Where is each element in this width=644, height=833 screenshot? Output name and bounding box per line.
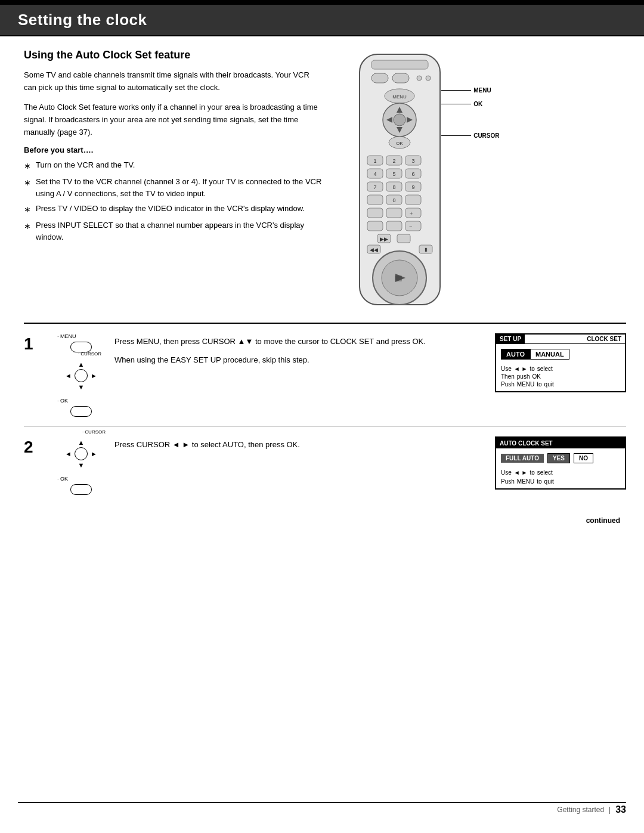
step-1-icons: · MENU · CURSOR ▲ ▼ ◄ ► [57, 333, 105, 417]
ok-label-line [441, 104, 471, 104]
step1-instr-1: Use ◄ ► to select [501, 366, 620, 372]
svg-text:3: 3 [411, 158, 414, 164]
menu-label-text: MENU [473, 87, 491, 94]
step2-cursor-right: ► [91, 450, 97, 457]
svg-rect-44 [405, 221, 421, 231]
step2-instr-1-to: to [530, 469, 534, 476]
steps-section: 1 · MENU · CURSOR ▲ ▼ ◄ [24, 323, 626, 504]
step2-cursor-down: ▼ [78, 462, 85, 469]
svg-rect-39 [386, 208, 402, 218]
svg-text:▶▶: ▶▶ [380, 236, 388, 242]
step1-extra-text: When using the EASY SET UP procedure, sk… [114, 354, 485, 367]
svg-rect-1 [371, 60, 428, 69]
menu-label: MENU [441, 87, 499, 94]
section-title: Using the Auto Clock Set feature [24, 48, 322, 62]
svg-text:9: 9 [411, 184, 414, 190]
step2-instr-2-menu: MENU [517, 478, 534, 485]
step1-cursor-center [75, 369, 88, 382]
step1-menu-label: · MENU [57, 333, 76, 339]
step-2-text: Press CURSOR ◄ ► to select AUTO, then pr… [114, 436, 485, 451]
step-1-number: 1 [24, 333, 48, 352]
cursor-label: CURSOR [441, 132, 499, 139]
step1-instr-2-ok: OK [532, 373, 540, 380]
step1-instr-2-then: Then [501, 373, 515, 380]
step2-full-auto-row: FULL AUTO YES NO [501, 453, 620, 463]
top-section: Using the Auto Clock Set feature Some TV… [24, 48, 626, 311]
step2-full-auto-label: FULL AUTO [501, 454, 544, 463]
step1-cursor-right: ► [91, 372, 97, 379]
step1-instr-3: Push MENU to quit [501, 381, 620, 388]
svg-point-4 [417, 76, 422, 80]
svg-text:7: 7 [373, 184, 376, 190]
bullet-star: ∗ [24, 203, 31, 216]
title-bar: Setting the clock [0, 5, 644, 36]
svg-rect-48 [397, 234, 410, 243]
step1-ok-button [70, 406, 92, 417]
step2-screen-header: AUTO CLOCK SET [496, 438, 625, 448]
step2-ok-button [70, 484, 92, 495]
svg-rect-37 [405, 195, 421, 205]
step1-instr-1-use: Use [501, 366, 512, 372]
remote-illustration: MENU OK [334, 48, 465, 311]
svg-text:◀◀: ◀◀ [370, 247, 378, 253]
step2-instr-2-push: Push [501, 478, 515, 485]
bullet-text: Press TV / VIDEO to display the VIDEO in… [36, 203, 305, 215]
remote-labels: MENU OK CURSOR [441, 87, 499, 139]
bullet-list: ∗ Turn on the VCR and the TV. ∗ Set the … [24, 159, 322, 243]
step1-instr-1-select: select [537, 366, 553, 372]
svg-rect-2 [371, 73, 388, 83]
step1-instr-1-symbol: ◄ ► [514, 366, 528, 372]
bullet-text: Press INPUT SELECT so that a channel num… [36, 219, 322, 243]
step-2-row: 2 · CURSOR ▲ ▼ ◄ ► · OK [24, 427, 626, 504]
svg-rect-40 [405, 208, 421, 218]
continued-text: continued [24, 516, 620, 525]
svg-text:1: 1 [373, 158, 376, 164]
svg-text:MENU: MENU [392, 94, 407, 100]
svg-text:⏸: ⏸ [423, 247, 428, 253]
step1-instr-3-menu: MENU [517, 381, 534, 388]
footer-divider: | [609, 806, 611, 814]
step-1-screen: SET UP CLOCK SET AUTO MANUAL Use ◄ ► to … [495, 333, 626, 392]
svg-text:OK: OK [396, 141, 403, 146]
svg-text:8: 8 [392, 184, 395, 190]
step2-no-option: NO [574, 453, 593, 463]
bullet-text: Set the TV to the VCR channel (channel 3… [36, 176, 322, 199]
svg-rect-3 [392, 73, 409, 83]
svg-rect-56 [395, 275, 402, 281]
content-area: Using the Auto Clock Set feature Some TV… [0, 36, 644, 537]
getting-started-text: Getting started [557, 806, 604, 814]
bullet-star: ∗ [24, 160, 31, 172]
svg-text:+: + [410, 210, 413, 216]
bullet-star: ∗ [24, 176, 31, 189]
menu-label-line [441, 90, 471, 91]
step1-instr-3-to: to [537, 381, 541, 388]
ok-label-text: OK [473, 101, 482, 107]
svg-rect-43 [386, 221, 402, 231]
step1-instr-2-push: push [517, 373, 530, 380]
step2-cursor-up: ▲ [78, 439, 85, 446]
list-item: ∗ Press TV / VIDEO to display the VIDEO … [24, 203, 322, 216]
cursor-label-text: CURSOR [473, 132, 499, 139]
svg-text:2: 2 [392, 158, 395, 164]
step-2-number: 2 [24, 436, 48, 456]
step-1-text: Press MENU, then press CURSOR ▲▼ to move… [114, 333, 485, 367]
step1-option-auto: AUTO [501, 349, 530, 360]
step2-main-text: Press CURSOR ◄ ► to select AUTO, then pr… [114, 439, 485, 451]
step-1-row: 1 · MENU · CURSOR ▲ ▼ ◄ [24, 324, 626, 427]
step2-instr-2-to: to [537, 478, 541, 485]
step2-cursor-center [75, 447, 88, 460]
step2-instr-2: Push MENU to quit [501, 478, 620, 485]
bullet-star: ∗ [24, 220, 31, 233]
list-item: ∗ Press INPUT SELECT so that a channel n… [24, 219, 322, 243]
step2-screen-header-text: AUTO CLOCK SET [500, 440, 553, 447]
step2-instr-1-use: Use [501, 469, 512, 476]
step1-cursor-up: ▲ [78, 361, 85, 368]
step2-instr-1-select: select [537, 469, 553, 476]
step1-instr-1-to: to [530, 366, 534, 372]
step1-screen-options: AUTO MANUAL [501, 349, 620, 360]
step2-instr-2-quit: quit [544, 478, 554, 485]
svg-rect-42 [367, 221, 383, 231]
bullet-text: Turn on the VCR and the TV. [36, 159, 135, 171]
step-2-icons: · CURSOR ▲ ▼ ◄ ► · OK [57, 436, 105, 495]
step1-screen-header: SET UP CLOCK SET [496, 335, 625, 344]
